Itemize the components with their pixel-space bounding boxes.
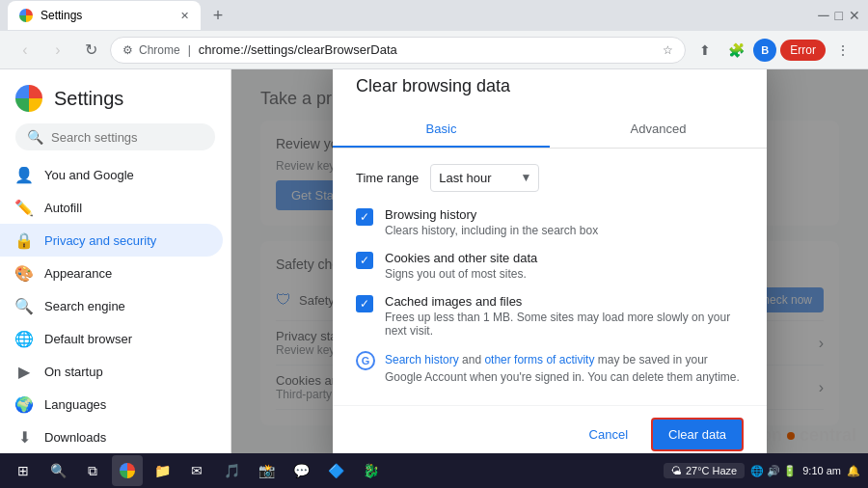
weather-text: 27°C Haze (686, 465, 737, 476)
chrome-logo (15, 85, 42, 112)
cached-images-label: Cached images and files (385, 294, 744, 309)
site-label: Chrome (139, 43, 180, 57)
taskbar-app-7[interactable]: 🔷 (320, 455, 351, 486)
sidebar-item-downloads[interactable]: ⬇ Downloads (0, 420, 231, 453)
taskbar-app-8[interactable]: 🐉 (355, 455, 386, 486)
time-range-label: Time range (356, 171, 419, 185)
tab-advanced[interactable]: Advanced (550, 112, 767, 148)
cached-images-item: ✓ Cached images and files Frees up less … (356, 294, 744, 338)
taskbar-app-6[interactable]: 💬 (285, 455, 316, 486)
browsing-history-label: Browsing history (385, 207, 598, 222)
back-button[interactable]: ‹ (12, 37, 39, 64)
other-activity-link[interactable]: other forms of activity (484, 353, 594, 366)
forward-button[interactable]: › (44, 37, 71, 64)
sidebar-label-startup: On startup (44, 365, 103, 379)
sidebar-item-on-startup[interactable]: ▶ On startup (0, 355, 231, 388)
maximize-btn[interactable]: □ (835, 8, 843, 23)
taskbar-system-icons: 🌐 🔊 🔋 (750, 465, 797, 477)
reload-button[interactable]: ↻ (77, 37, 104, 64)
network-icon[interactable]: 🌐 (750, 465, 764, 477)
volume-icon[interactable]: 🔊 (767, 465, 780, 477)
sidebar-item-you-and-google[interactable]: 👤 You and Google (0, 158, 231, 191)
taskbar-app-2[interactable]: 📁 (147, 455, 177, 486)
address-text: chrome://settings/clearBrowserData (199, 42, 658, 57)
share-button[interactable]: ⬆ (692, 37, 719, 64)
sidebar-label-privacy: Privacy and security (44, 233, 156, 248)
clock[interactable]: 9:10 am (802, 465, 841, 476)
cookies-checkbox[interactable]: ✓ (356, 252, 373, 269)
task-view-btn[interactable]: ⧉ (77, 455, 108, 486)
notification-btn[interactable]: 🔔 (847, 465, 860, 477)
sidebar-item-privacy-security[interactable]: 🔒 Privacy and security (0, 224, 223, 257)
you-google-icon: 👤 (15, 166, 33, 183)
error-button[interactable]: Error (780, 40, 826, 61)
cookies-desc-dialog: Signs you out of most sites. (385, 267, 537, 281)
browser-content: Settings 🔍 👤 You and Google ✏️ Autofill … (0, 69, 868, 453)
sidebar-label-you-and-google: You and Google (44, 168, 134, 182)
start-button[interactable]: ⊞ (8, 455, 39, 486)
browsing-history-checkbox[interactable]: ✓ (356, 208, 373, 226)
title-bar: Settings ✕ + ─ □ ✕ (0, 0, 868, 31)
sidebar-item-appearance[interactable]: 🎨 Appearance (0, 257, 231, 289)
time-range-wrapper[interactable]: Last hour Last 24 hours Last 7 days Last… (430, 164, 539, 192)
taskbar-app-5[interactable]: 📸 (251, 455, 282, 486)
minimize-btn[interactable]: ─ (818, 7, 828, 24)
menu-button[interactable]: ⋮ (829, 37, 856, 64)
sidebar-item-default-browser[interactable]: 🌐 Default browser (0, 322, 231, 355)
taskbar-app-3[interactable]: ✉ (181, 455, 212, 486)
sidebar-label-search: Search engine (44, 299, 125, 313)
tab-title: Settings (41, 9, 82, 22)
taskbar-app-4[interactable]: 🎵 (216, 455, 247, 486)
settings-sidebar: Settings 🔍 👤 You and Google ✏️ Autofill … (0, 69, 231, 453)
close-btn[interactable]: ✕ (849, 8, 860, 23)
default-browser-icon: 🌐 (15, 330, 33, 347)
time-range-select[interactable]: Last hour Last 24 hours Last 7 days Last… (430, 164, 539, 192)
browser-tab[interactable]: Settings ✕ (8, 1, 201, 30)
weather-widget[interactable]: 🌤 27°C Haze (664, 463, 745, 478)
sidebar-item-languages[interactable]: 🌍 Languages (0, 388, 231, 420)
sidebar-item-autofill[interactable]: ✏️ Autofill (0, 191, 231, 224)
sidebar-item-search-engine[interactable]: 🔍 Search engine (0, 289, 231, 322)
sidebar-search-bar[interactable]: 🔍 (15, 123, 215, 150)
weather-icon: 🌤 (671, 465, 682, 476)
downloads-icon: ⬇ (15, 428, 33, 446)
clear-browsing-dialog: Clear browsing data Basic Advanced Time … (333, 69, 767, 453)
sidebar-label-downloads: Downloads (44, 430, 106, 445)
bookmark-icon[interactable]: ☆ (663, 43, 673, 57)
cookies-label-dialog: Cookies and other site data (385, 251, 537, 265)
toolbar-actions: ⬆ 🧩 B Error ⋮ (692, 37, 856, 64)
startup-icon: ▶ (15, 363, 33, 380)
browsing-history-desc: Clears history, including in the search … (385, 224, 598, 237)
battery-icon[interactable]: 🔋 (783, 465, 797, 477)
tab-favicon (19, 9, 33, 22)
browser-frame: Settings ✕ + ─ □ ✕ ‹ › ↻ ⚙ Chrome | chro… (0, 0, 868, 488)
google-info-row: G Search history and other forms of acti… (356, 351, 744, 386)
search-taskbar[interactable]: 🔍 (42, 455, 73, 486)
browser-toolbar: ‹ › ↻ ⚙ Chrome | chrome://settings/clear… (0, 31, 868, 69)
search-input[interactable] (51, 130, 203, 145)
new-tab-button[interactable]: + (204, 2, 231, 29)
sidebar-label-default-browser: Default browser (44, 332, 132, 346)
tab-close-btn[interactable]: ✕ (180, 10, 189, 22)
extensions-btn[interactable]: 🧩 (722, 37, 749, 64)
autofill-icon: ✏️ (15, 199, 33, 216)
check-icon-3: ✓ (360, 297, 369, 311)
address-bar[interactable]: ⚙ Chrome | chrome://settings/clearBrowse… (110, 37, 686, 64)
taskbar-right: 🌤 27°C Haze 🌐 🔊 🔋 9:10 am 🔔 (664, 463, 860, 478)
dialog-footer: Cancel Clear data (333, 405, 767, 454)
profile-avatar[interactable]: B (753, 39, 776, 62)
clear-data-button[interactable]: Clear data (651, 418, 744, 451)
tab-basic[interactable]: Basic (333, 112, 550, 148)
search-history-link[interactable]: Search history (385, 353, 459, 366)
windows-taskbar: ⊞ 🔍 ⧉ 📁 ✉ 🎵 📸 💬 🔷 🐉 🌤 27°C Haze 🌐 🔊 🔋 (0, 453, 868, 488)
dialog-tabs: Basic Advanced (333, 112, 767, 149)
search-engine-icon: 🔍 (15, 297, 33, 314)
privacy-icon: 🔒 (15, 231, 33, 249)
cancel-button[interactable]: Cancel (574, 418, 643, 451)
dialog-title: Clear browsing data (333, 69, 767, 96)
sidebar-header: Settings (0, 77, 231, 123)
cached-images-checkbox[interactable]: ✓ (356, 295, 373, 312)
chrome-taskbar[interactable] (112, 455, 143, 486)
check-icon: ✓ (360, 210, 369, 224)
time-display: 9:10 am (802, 465, 841, 476)
